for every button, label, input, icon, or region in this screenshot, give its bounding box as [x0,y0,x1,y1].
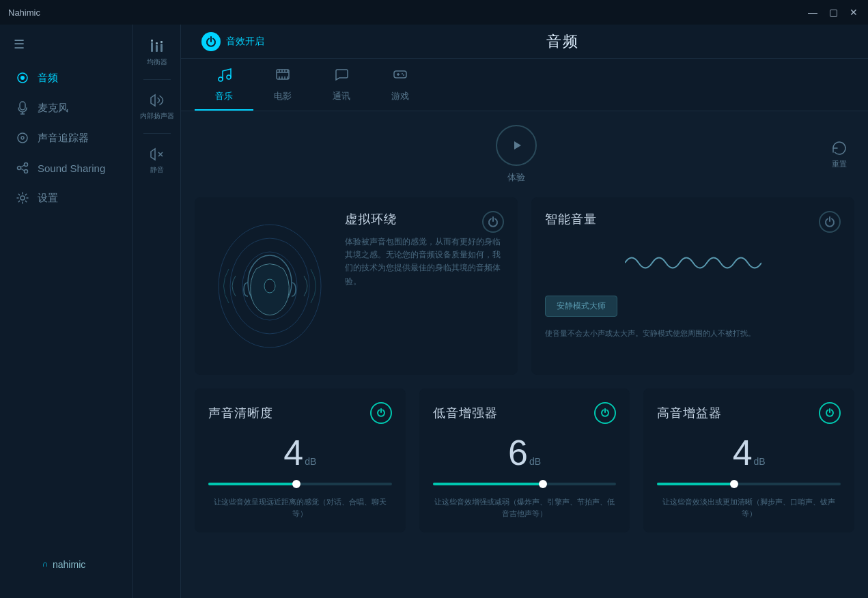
bass-value-display: 6 dB [508,435,541,470]
sidebar-item-microphone[interactable]: 麦克风 [0,94,132,122]
main-content: 体验 重置 [181,111,868,598]
treble-unit: dB [754,456,766,467]
treble-track[interactable] [657,483,841,485]
tab-gaming-label: 游戏 [391,90,409,102]
treble-title: 高音增益器 [657,405,722,421]
game-tab-icon [393,67,408,86]
sidebar-nav: 音频 麦克风 [0,57,132,535]
sidebar-item-audio-label: 音频 [38,72,58,85]
head-visual [208,211,331,361]
close-button[interactable]: ✕ [848,6,860,18]
svg-point-32 [403,74,404,76]
bass-track[interactable] [433,483,617,485]
quiet-mode-button[interactable]: 安静模式大师 [545,296,617,317]
titlebar: Nahimic — ▢ ✕ [0,0,868,25]
svg-point-31 [402,73,403,74]
treble-value-display: 4 dB [733,435,766,470]
svg-point-1 [20,76,25,80]
mute-label: 静音 [150,165,164,175]
treble-fill [657,483,734,485]
reset-label: 重置 [832,159,847,169]
bass-card: 低音增强器 6 dB [419,388,630,532]
svg-point-5 [18,133,27,143]
power-icon [201,32,221,51]
smart-volume-title: 智能音量 [545,211,597,227]
minimize-button[interactable]: — [807,6,819,18]
mute-button[interactable]: 静音 [133,139,180,182]
treble-toggle[interactable] [819,402,841,424]
sidebar-item-settings[interactable]: 设置 [0,184,132,212]
tab-communication[interactable]: 通讯 [312,59,371,111]
tab-movie[interactable]: 电影 [253,59,312,111]
tracker-icon [16,131,29,145]
treble-card: 高音增益器 4 dB [643,388,854,532]
svg-point-26 [227,75,231,79]
clarity-value: 4 [283,435,303,470]
clarity-title: 声音清晰度 [208,405,273,421]
equalizer-button[interactable]: 均衡器 [133,31,180,74]
svg-point-12 [20,196,25,200]
middle-section: 虚拟环绕 体验被声音包围的感觉，从而有更好的身临其境之感。无论您的音频设备质量如… [195,197,854,375]
bass-thumb[interactable] [539,480,547,488]
treble-header: 高音增益器 [657,402,841,424]
sidebar-item-tracker[interactable]: 声音追踪器 [0,124,132,152]
svg-rect-28 [394,71,406,78]
svg-rect-2 [20,102,25,110]
clarity-fill [208,483,296,485]
chat-tab-icon [334,67,349,86]
window-controls: — ▢ ✕ [807,6,860,18]
audio-icon [16,71,29,85]
svg-line-11 [21,169,25,171]
speaker-button[interactable]: 内部扬声器 [133,85,180,128]
experience-button[interactable]: 体验 [496,125,537,184]
clarity-unit: dB [305,456,316,467]
divider-2 [143,133,171,134]
tab-communication-label: 通讯 [333,90,350,102]
surround-info: 虚拟环绕 体验被声音包围的感觉，从而有更好的身临其境之感。无论您的音频设备质量如… [345,211,504,361]
app-title: Nahimic [8,8,40,18]
menu-icon[interactable]: ☰ [0,31,132,57]
tab-gaming[interactable]: 游戏 [371,59,430,111]
sidebar-item-sound-sharing[interactable]: Sound Sharing [0,154,132,182]
speaker-label: 内部扬声器 [140,111,174,121]
smart-volume-desc: 使音量不会太小声或太大声。安静模式使您周围的人不被打扰。 [545,328,841,339]
svg-text:nahimic: nahimic [53,559,85,570]
sidebar-item-audio[interactable]: 音频 [0,64,132,91]
virtual-surround-desc: 体验被声音包围的感觉，从而有更好的身临其境之感。无论您的音频设备质量如何，我们的… [345,236,504,288]
clarity-thumb[interactable] [292,480,300,488]
virtual-surround-title: 虚拟环绕 [345,211,504,227]
smart-volume-toggle[interactable] [819,211,841,233]
svg-rect-19 [160,44,163,52]
maximize-button[interactable]: ▢ [827,6,839,18]
clarity-card: 声音清晰度 4 dB [195,388,406,532]
content-header: 音效开启 音频 [181,25,868,59]
divider-1 [143,79,171,80]
app-logo: ∩ nahimic [0,535,132,591]
bass-header: 低音增强器 [433,402,617,424]
bass-toggle[interactable] [594,402,616,424]
movie-tab-icon [275,67,290,86]
experience-play-icon [496,125,537,166]
bass-desc: 让这些音效增强或减弱（爆炸声、引擎声、节拍声、低音吉他声等） [433,496,617,519]
sidebar-item-microphone-label: 麦克风 [38,102,68,115]
treble-value: 4 [733,435,753,470]
tab-music-label: 音乐 [215,90,233,102]
clarity-toggle[interactable] [370,402,392,424]
svg-line-10 [21,165,25,167]
virtual-surround-toggle[interactable] [482,211,504,233]
music-tab-icon [216,67,232,86]
clarity-track[interactable] [208,483,392,485]
tab-movie-label: 电影 [274,90,292,102]
tabs-bar: 音乐 电影 通讯 [181,59,868,111]
microphone-icon [16,101,29,115]
bass-fill [433,483,543,485]
device-panel: 均衡器 内部扬声器 静音 [133,25,181,598]
treble-thumb[interactable] [730,480,738,488]
reset-button[interactable]: 重置 [831,140,848,169]
tab-music[interactable]: 音乐 [195,59,253,111]
svg-point-6 [21,137,24,139]
page-title: 音频 [278,31,848,52]
svg-rect-20 [160,41,163,43]
sidebar-item-sound-sharing-label: Sound Sharing [38,162,105,174]
power-toggle-header[interactable]: 音效开启 [201,32,264,51]
